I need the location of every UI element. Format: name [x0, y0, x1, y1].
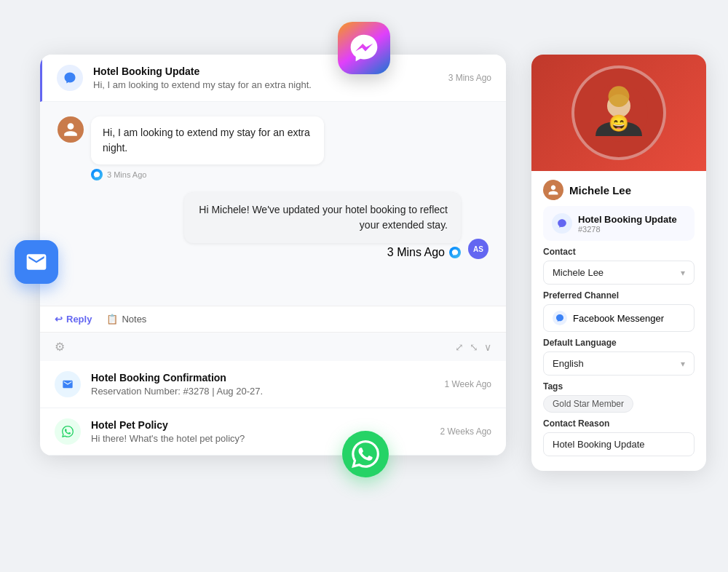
conversation-content-2: Hotel Booking Confirmation Reservation N… — [91, 372, 438, 397]
booking-card-id: #3278 — [578, 225, 677, 234]
profile-photo-circle: 😄 — [571, 65, 666, 160]
conversation-title-2: Hotel Booking Confirmation — [91, 372, 438, 384]
conversation-item-3[interactable]: Hotel Pet Policy Hi there! What's the ho… — [40, 408, 506, 456]
conversation-item-2[interactable]: Hotel Booking Confirmation Reservation N… — [40, 361, 506, 408]
info-section: Hotel Booking Update #3278 Contact Miche… — [531, 206, 706, 471]
language-chevron-icon: ▾ — [681, 359, 685, 369]
tag-gold-star[interactable]: Gold Star Member — [543, 395, 633, 413]
email-channel-icon-2 — [55, 371, 81, 397]
profile-name-row: Michele Lee — [531, 171, 706, 206]
incoming-time: 3 Mins Ago — [107, 170, 146, 179]
default-language-value: English — [553, 358, 584, 369]
collapse-icon[interactable]: ⤡ — [470, 341, 478, 353]
reply-notes-bar: ↩ Reply 📋 Notes — [40, 306, 506, 332]
preferred-channel-label: Preferred Channel — [543, 290, 695, 301]
incoming-message: Hi, I am looking to extend my stay for a… — [58, 116, 488, 180]
booking-card-icon — [552, 213, 572, 234]
reply-tab[interactable]: ↩ Reply — [55, 314, 92, 325]
whatsapp-app-icon — [342, 431, 389, 477]
notes-tab[interactable]: 📋 Notes — [106, 314, 146, 325]
incoming-bubble: Hi, I am looking to extend my stay for a… — [91, 116, 324, 180]
profile-avatar-small — [543, 180, 563, 200]
outgoing-message-text: Hi Michele! We've updated your hotel boo… — [197, 202, 448, 233]
incoming-bubble-content: Hi, I am looking to extend my stay for a… — [91, 116, 324, 164]
incoming-message-text: Hi, I am looking to extend my stay for a… — [103, 125, 312, 156]
booking-info-card: Hotel Booking Update #3278 — [543, 206, 695, 241]
messenger-channel-icon-1 — [57, 65, 83, 91]
tags-container: Gold Star Member — [543, 395, 695, 413]
right-panel: 😄 Michele Lee Hotel — [531, 55, 706, 471]
outgoing-bubble-wrapper: Hi Michele! We've updated your hotel boo… — [184, 192, 461, 259]
scene: Hotel Booking Update Hi, I am looking to… — [0, 0, 728, 572]
profile-name-text: Michele Lee — [569, 184, 631, 196]
messenger-mini-icon — [91, 169, 103, 180]
contact-field-label: Contact — [543, 247, 695, 257]
profile-photo-area: 😄 — [531, 55, 706, 171]
chat-messages-area: Hi, I am looking to extend my stay for a… — [40, 102, 506, 306]
default-language-select[interactable]: English ▾ — [543, 351, 695, 376]
input-area: ⚙ ⤢ ⤡ ∨ — [40, 332, 506, 361]
contact-field-value: Michele Lee — [553, 267, 604, 278]
conversation-content-1: Hotel Booking Update Hi, I am looking to… — [93, 65, 441, 90]
conversation-title-1: Hotel Booking Update — [93, 65, 441, 77]
email-app-icon — [15, 240, 58, 284]
channel-messenger-icon — [553, 311, 567, 325]
expand-icon[interactable]: ⤢ — [455, 341, 464, 353]
outgoing-messenger-icon — [449, 247, 461, 258]
outgoing-bubble-content: Hi Michele! We've updated your hotel boo… — [184, 192, 461, 243]
conversation-time-3: 2 Weeks Ago — [440, 426, 492, 437]
chat-panel: Hotel Booking Update Hi, I am looking to… — [40, 55, 506, 456]
notes-icon: 📋 — [106, 314, 118, 325]
svg-point-2 — [609, 86, 630, 107]
contact-reason-label: Contact Reason — [543, 418, 695, 429]
reply-tab-label: Reply — [66, 314, 92, 325]
agent-badge: AS — [468, 239, 488, 259]
user-avatar — [58, 116, 84, 143]
default-language-label: Default Language — [543, 338, 695, 348]
outgoing-bubble-meta: 3 Mins Ago — [184, 246, 461, 259]
incoming-bubble-meta: 3 Mins Ago — [91, 169, 324, 180]
contact-chevron-icon: ▾ — [681, 268, 685, 278]
tags-label: Tags — [543, 381, 695, 392]
booking-card-text: Hotel Booking Update #3278 — [578, 214, 677, 234]
reply-icon: ↩ — [55, 314, 63, 325]
conversation-preview-1: Hi, I am looking to extend my stay for a… — [93, 79, 441, 90]
messenger-app-icon — [338, 22, 390, 74]
contact-reason-value: Hotel Booking Update — [543, 432, 695, 456]
outgoing-time: 3 Mins Ago — [387, 246, 445, 259]
notes-tab-label: Notes — [122, 314, 146, 325]
conversation-item-1[interactable]: Hotel Booking Update Hi, I am looking to… — [40, 55, 506, 102]
settings-icon: ⚙ — [55, 340, 65, 354]
preferred-channel-select[interactable]: Facebook Messenger — [543, 304, 695, 332]
booking-card-title: Hotel Booking Update — [578, 214, 677, 225]
conversation-title-3: Hotel Pet Policy — [91, 419, 433, 431]
whatsapp-channel-icon-3 — [55, 418, 81, 445]
conversation-time-2: 1 Week Ago — [445, 379, 492, 389]
preferred-channel-value: Facebook Messenger — [573, 313, 685, 324]
more-icon[interactable]: ∨ — [484, 341, 491, 353]
svg-text:😄: 😄 — [609, 114, 629, 133]
contact-field-select[interactable]: Michele Lee ▾ — [543, 261, 695, 285]
conversation-time-1: 3 Mins Ago — [448, 73, 491, 83]
expand-icons: ⤢ ⤡ ∨ — [455, 341, 491, 353]
conversation-preview-2: Reservation Number: #3278 | Aug 20-27. — [91, 386, 438, 397]
outgoing-message: Hi Michele! We've updated your hotel boo… — [58, 192, 488, 259]
